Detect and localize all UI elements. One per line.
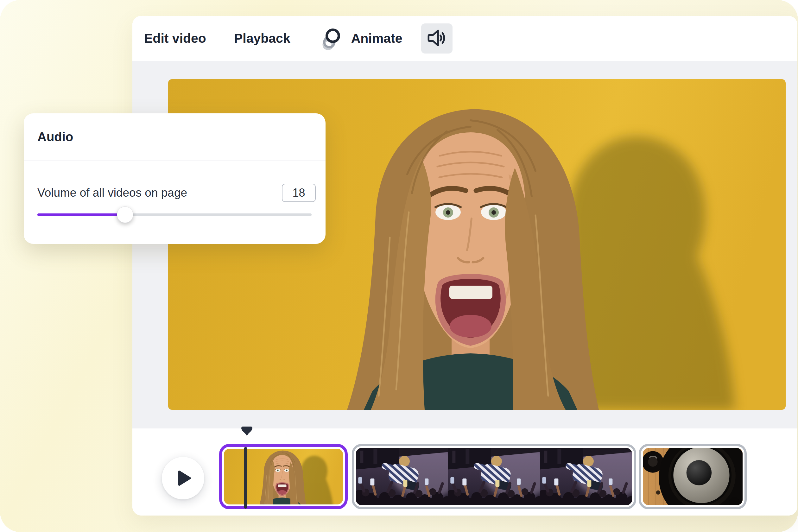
play-icon <box>178 471 191 486</box>
volume-row: Volume of all videos on page 18 <box>37 184 316 202</box>
clip-thumbnail <box>356 448 632 505</box>
speaker-volume-icon <box>426 28 448 49</box>
concert-frame-1 <box>356 448 448 505</box>
playhead-line[interactable] <box>244 447 247 509</box>
woman-clip-frame <box>224 449 343 505</box>
clip-thumbnail <box>224 449 343 505</box>
audio-volume-button[interactable] <box>421 23 453 54</box>
tab-edit-video[interactable]: Edit video <box>144 31 206 46</box>
timeline-clip-speaker[interactable] <box>639 444 747 509</box>
screenshot-stage: Edit video Playback Animate <box>0 0 798 532</box>
play-button[interactable] <box>162 457 204 499</box>
playhead-marker-icon[interactable] <box>241 426 253 436</box>
volume-value-input[interactable]: 18 <box>282 184 316 202</box>
tab-animate-label: Animate <box>351 31 402 46</box>
speaker-frame <box>643 448 743 505</box>
volume-slider-fill <box>37 213 125 216</box>
context-toolbar: Edit video Playback Animate <box>132 16 797 61</box>
editor-card: Edit video Playback Animate <box>132 16 797 515</box>
audio-panel-title: Audio <box>37 130 73 144</box>
clip-thumbnail <box>643 448 743 505</box>
timeline-clip-selected-woman[interactable] <box>219 444 348 509</box>
volume-slider-thumb[interactable] <box>117 207 133 223</box>
audio-panel: Audio Volume of all videos on page 18 <box>24 113 325 244</box>
animate-icon <box>320 26 344 51</box>
volume-label: Volume of all videos on page <box>37 186 187 200</box>
audio-panel-header: Audio <box>24 113 325 161</box>
tab-animate[interactable]: Animate <box>320 26 402 51</box>
timeline-clip-concert[interactable] <box>352 444 636 509</box>
volume-slider-track[interactable] <box>37 213 311 216</box>
concert-frame-3 <box>540 448 632 505</box>
concert-frame-2 <box>448 448 540 505</box>
tab-playback[interactable]: Playback <box>234 31 290 46</box>
